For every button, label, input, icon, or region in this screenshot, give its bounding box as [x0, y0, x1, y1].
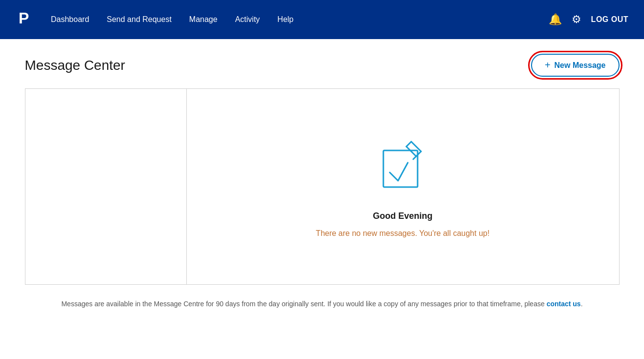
footer-note: Messages are available in the Message Ce…: [25, 285, 620, 323]
new-message-button[interactable]: + New Message: [531, 54, 620, 77]
navbar: P Dashboard Send and Request Manage Acti…: [0, 0, 644, 39]
nav-right: 🔔 ⚙ LOG OUT: [549, 13, 628, 26]
no-messages-text: There are no new messages. You're all ca…: [316, 229, 489, 238]
nav-links: Dashboard Send and Request Manage Activi…: [51, 15, 549, 24]
logout-button[interactable]: LOG OUT: [591, 15, 628, 24]
contact-us-link[interactable]: contact us: [547, 300, 581, 308]
page-header: Message Center + New Message: [25, 54, 620, 77]
svg-line-3: [406, 147, 416, 156]
svg-text:P: P: [19, 9, 29, 27]
svg-line-6: [413, 156, 416, 159]
gear-icon[interactable]: ⚙: [572, 13, 581, 26]
nav-help[interactable]: Help: [277, 15, 293, 24]
message-content-panel: Good Evening There are no new messages. …: [187, 89, 619, 284]
main-content: Message Center + New Message: [9, 39, 635, 323]
message-list-panel: [25, 89, 187, 284]
bell-icon[interactable]: 🔔: [549, 13, 562, 26]
footer-text-before: Messages are available in the Message Ce…: [61, 300, 546, 308]
message-panels: Good Evening There are no new messages. …: [25, 88, 620, 285]
svg-rect-1: [383, 150, 418, 187]
empty-state-icon: [376, 136, 430, 196]
nav-dashboard[interactable]: Dashboard: [51, 15, 89, 24]
footer-text-after: .: [581, 300, 583, 308]
paypal-logo[interactable]: P: [16, 8, 51, 31]
greeting-text: Good Evening: [373, 211, 432, 221]
page-title: Message Center: [25, 58, 125, 73]
nav-send-and-request[interactable]: Send and Request: [107, 15, 172, 24]
svg-line-4: [406, 142, 411, 147]
new-message-label: New Message: [555, 61, 606, 70]
nav-activity[interactable]: Activity: [235, 15, 260, 24]
nav-manage[interactable]: Manage: [189, 15, 218, 24]
plus-icon: +: [545, 60, 551, 71]
